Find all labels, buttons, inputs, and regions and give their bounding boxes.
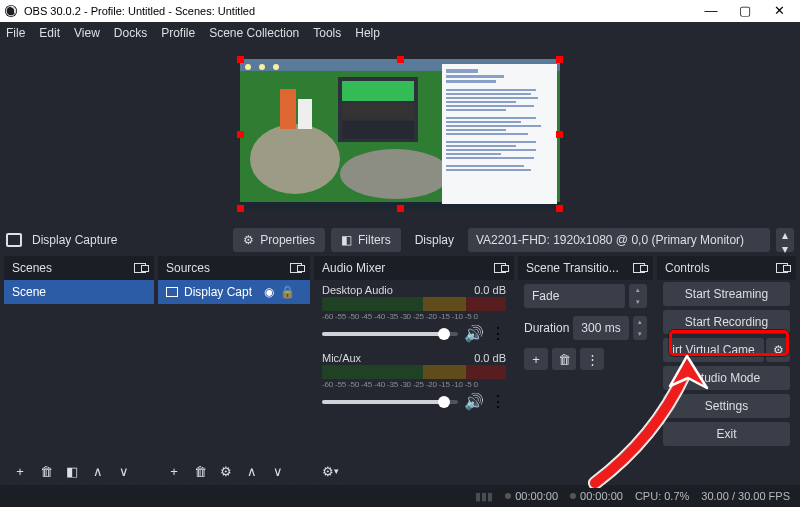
duration-stepper[interactable]: ▴▾ [633,316,647,340]
mixer-title: Audio Mixer [322,261,385,275]
statusbar: ▮▮▮ 00:00:00 00:00:00 CPU: 0.7% 30.00 / … [0,485,800,507]
preview-canvas[interactable] [240,59,560,209]
remove-source-button[interactable]: 🗑 [188,460,212,482]
svg-rect-17 [446,69,478,73]
dock-icon[interactable] [776,263,788,273]
svg-point-7 [273,64,279,70]
svg-point-9 [340,149,450,199]
svg-rect-34 [446,153,501,155]
menu-profile[interactable]: Profile [161,26,195,40]
channel-name: Desktop Audio [322,284,393,296]
volume-slider[interactable] [322,332,458,336]
speaker-icon[interactable]: 🔊 [464,392,484,411]
svg-rect-33 [446,149,536,151]
svg-point-6 [259,64,265,70]
monitor-icon [6,233,22,247]
duration-input[interactable]: 300 ms [573,316,629,340]
live-time: 00:00:00 [505,490,558,502]
duration-label: Duration [524,321,569,335]
dock-icon[interactable] [494,263,506,273]
menu-tools[interactable]: Tools [313,26,341,40]
menu-scene-collection[interactable]: Scene Collection [209,26,299,40]
dock-icon[interactable] [134,263,146,273]
scene-filters-button[interactable]: ◧ [60,460,84,482]
svg-point-5 [245,64,251,70]
menu-file[interactable]: File [6,26,25,40]
obs-logo-icon [4,4,18,18]
dock-icon[interactable] [290,263,302,273]
studio-mode-button[interactable]: Studio Mode [663,366,790,390]
gear-icon: ⚙ [243,233,254,247]
kebab-icon[interactable]: ⋮ [490,324,506,343]
svg-rect-36 [446,165,524,167]
display-label: Display [407,228,462,252]
transition-stepper[interactable]: ▴▾ [629,284,647,308]
speaker-icon[interactable]: 🔊 [464,324,484,343]
gear-icon: ⚙ [773,343,784,357]
visibility-icon[interactable]: ◉ [264,285,274,299]
monitor-icon [166,287,178,297]
transition-menu-button[interactable]: ⋮ [580,348,604,370]
close-button[interactable]: ✕ [762,0,796,22]
transition-select[interactable]: Fade [524,284,625,308]
scenes-panel: Scenes Scene + 🗑 ◧ ∧ ∨ [4,256,154,485]
sources-title: Sources [166,261,210,275]
fps-display: 30.00 / 30.00 FPS [701,490,790,502]
minimize-button[interactable]: — [694,0,728,22]
add-transition-button[interactable]: + [524,348,548,370]
display-stepper[interactable]: ▴▾ [776,228,794,252]
audio-meter [322,297,506,304]
add-source-button[interactable]: + [162,460,186,482]
maximize-button[interactable]: ▢ [728,0,762,22]
controls-title: Controls [665,261,710,275]
dock-icon[interactable] [633,263,645,273]
virtual-camera-button[interactable]: irt Virtual Came [663,338,764,362]
properties-button[interactable]: ⚙Properties [233,228,325,252]
network-icon: ▮▮▮ [475,490,493,503]
add-scene-button[interactable]: + [8,460,32,482]
menu-edit[interactable]: Edit [39,26,60,40]
svg-rect-31 [446,141,536,143]
svg-rect-18 [446,75,504,78]
menu-view[interactable]: View [74,26,100,40]
audio-meter [322,365,506,372]
svg-rect-14 [342,103,414,119]
preview-area[interactable] [0,44,800,224]
kebab-icon[interactable]: ⋮ [490,392,506,411]
lock-icon[interactable]: 🔒 [280,285,295,299]
display-select[interactable]: VA2201-FHD: 1920x1080 @ 0,0 (Primary Mon… [468,228,770,252]
settings-button[interactable]: Settings [663,394,790,418]
svg-rect-28 [446,125,541,127]
transitions-title: Scene Transitio... [526,261,619,275]
svg-rect-30 [446,133,528,135]
source-item[interactable]: Display Capt ◉ 🔒 [158,280,310,304]
exit-button[interactable]: Exit [663,422,790,446]
source-up-button[interactable]: ∧ [240,460,264,482]
start-recording-button[interactable]: Start Recording [663,310,790,334]
svg-rect-32 [446,145,516,147]
scene-down-button[interactable]: ∨ [112,460,136,482]
svg-rect-35 [446,157,534,159]
virtual-camera-settings-button[interactable]: ⚙ [766,338,790,362]
meter-ticks: -60 -55 -50 -45 -40 -35 -30 -25 -20 -15 … [314,311,514,321]
filters-button[interactable]: ◧Filters [331,228,401,252]
menu-help[interactable]: Help [355,26,380,40]
scene-item[interactable]: Scene [4,280,154,304]
mixer-settings-button[interactable]: ⚙▾ [318,460,342,482]
scenes-title: Scenes [12,261,52,275]
svg-rect-13 [342,81,414,101]
remove-transition-button[interactable]: 🗑 [552,348,576,370]
svg-rect-22 [446,97,538,99]
remove-scene-button[interactable]: 🗑 [34,460,58,482]
svg-rect-21 [446,93,531,95]
source-settings-button[interactable]: ⚙ [214,460,238,482]
volume-slider[interactable] [322,400,458,404]
audio-meter [322,304,506,311]
audio-meter [322,372,506,379]
svg-rect-29 [446,129,506,131]
menu-docks[interactable]: Docks [114,26,147,40]
scene-up-button[interactable]: ∧ [86,460,110,482]
source-down-button[interactable]: ∨ [266,460,290,482]
start-streaming-button[interactable]: Start Streaming [663,282,790,306]
source-name: Display Capture [32,233,117,247]
